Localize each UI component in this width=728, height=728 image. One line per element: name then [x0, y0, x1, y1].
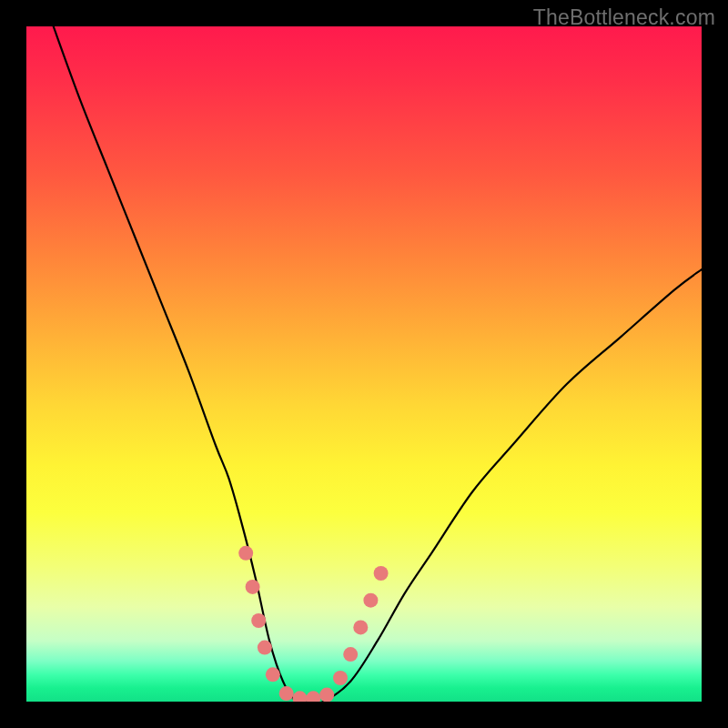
marker-trough-1 — [279, 686, 294, 701]
marker-group — [238, 546, 388, 702]
chart-frame: TheBottleneck.com — [0, 0, 728, 728]
marker-right-cap-2 — [343, 647, 358, 662]
marker-left-cap-4 — [258, 641, 272, 655]
marker-trough-3 — [306, 691, 320, 702]
marker-trough-4 — [319, 688, 334, 702]
marker-right-cap-4 — [363, 593, 378, 608]
watermark-text: TheBottleneck.com — [533, 5, 715, 30]
marker-left-cap-bottom — [266, 667, 280, 682]
marker-right-cap-top — [374, 566, 389, 581]
marker-right-cap-3 — [353, 620, 368, 634]
plot-area — [26, 26, 702, 702]
marker-trough-2 — [293, 691, 308, 702]
marker-left-cap-top — [238, 546, 253, 561]
marker-left-cap-3 — [251, 613, 266, 628]
curve-layer — [26, 26, 702, 702]
marker-right-cap-bottom — [333, 671, 348, 685]
marker-left-cap-2 — [246, 580, 260, 594]
